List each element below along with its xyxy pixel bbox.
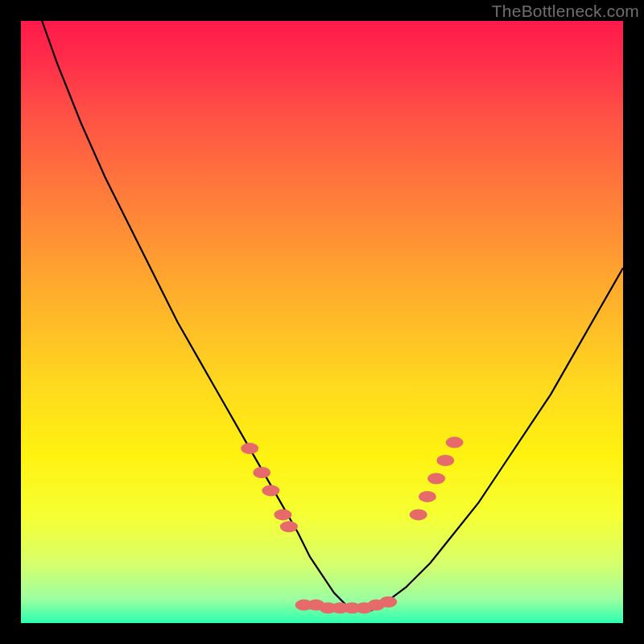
watermark-text: TheBottleneck.com xyxy=(492,2,639,21)
marker-dot xyxy=(446,437,464,448)
marker-dot xyxy=(262,485,279,496)
marker-dot xyxy=(241,443,258,454)
marker-dot xyxy=(419,491,436,502)
bottleneck-chart xyxy=(21,21,623,623)
marker-dot xyxy=(280,521,298,532)
chart-background xyxy=(21,21,623,623)
marker-dot xyxy=(253,467,270,478)
marker-dot xyxy=(427,473,445,485)
chart-frame xyxy=(21,21,623,623)
marker-dot xyxy=(410,509,427,520)
marker-dot xyxy=(274,509,291,520)
marker-dot xyxy=(436,455,454,466)
marker-dot xyxy=(379,597,397,608)
